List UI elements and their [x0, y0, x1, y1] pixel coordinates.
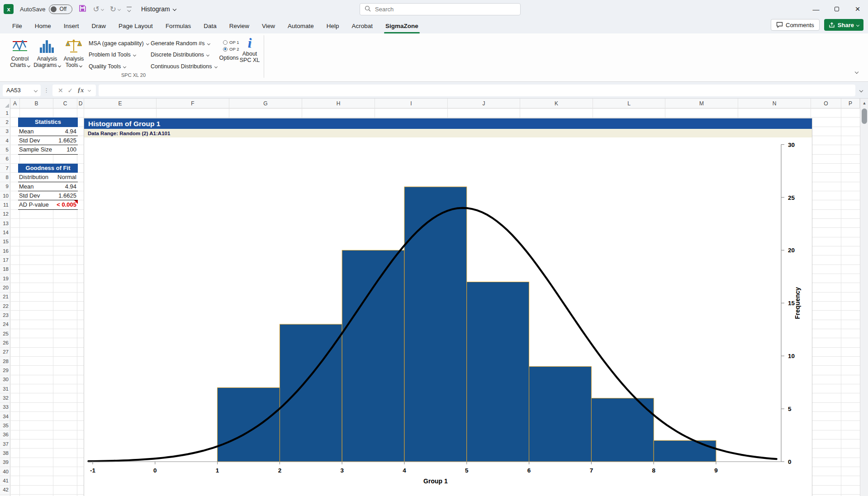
menu-discrete-distributions[interactable]: Discrete Distributions	[151, 52, 209, 58]
row-header-19[interactable]: 19	[0, 274, 10, 283]
name-box-dropdown-icon[interactable]	[34, 88, 38, 92]
worksheet[interactable]: ABCDEFGHIJKLMNOP 12345678910111213141516…	[0, 99, 860, 496]
column-header-A[interactable]: A	[10, 99, 20, 109]
search-input[interactable]	[375, 6, 516, 13]
row-header-16[interactable]: 16	[0, 246, 10, 255]
column-header-E[interactable]: E	[84, 99, 157, 109]
tab-acrobat[interactable]: Acrobat	[346, 19, 379, 33]
expand-formula-bar-icon[interactable]	[859, 88, 863, 92]
column-header-L[interactable]: L	[593, 99, 665, 109]
maximize-button[interactable]	[826, 0, 847, 18]
tab-file[interactable]: File	[6, 19, 28, 33]
redo-dropdown-icon[interactable]	[118, 7, 121, 10]
row-header-20[interactable]: 20	[0, 283, 10, 292]
menu-problem-id-tools[interactable]: Problem Id Tools	[89, 52, 136, 58]
tab-formulas[interactable]: Formulas	[160, 19, 197, 33]
row-header-31[interactable]: 31	[0, 384, 10, 393]
tab-page-layout[interactable]: Page Layout	[113, 19, 159, 33]
row-header-9[interactable]: 9	[0, 182, 10, 191]
analysis-tools-button[interactable]: Analysis Tools	[60, 36, 87, 68]
tab-home[interactable]: Home	[29, 19, 57, 33]
row-header-2[interactable]: 2	[0, 118, 10, 127]
row-header-30[interactable]: 30	[0, 375, 10, 384]
column-header-P[interactable]: P	[841, 99, 860, 109]
undo-dropdown-icon[interactable]	[101, 7, 104, 10]
column-header-H[interactable]: H	[302, 99, 375, 109]
title-dropdown-icon[interactable]	[172, 7, 176, 11]
column-header-K[interactable]: K	[520, 99, 593, 109]
radio-icon[interactable]	[223, 47, 228, 52]
op2-radio[interactable]: OP 2	[223, 47, 239, 52]
column-headers[interactable]: ABCDEFGHIJKLMNOP	[0, 99, 860, 109]
radio-icon[interactable]	[223, 40, 228, 45]
row-header-40[interactable]: 40	[0, 467, 10, 476]
row-header-13[interactable]: 13	[0, 219, 10, 228]
row-header-41[interactable]: 41	[0, 476, 10, 485]
tab-view[interactable]: View	[256, 19, 281, 33]
column-header-G[interactable]: G	[229, 99, 302, 109]
tab-draw[interactable]: Draw	[86, 19, 112, 33]
row-header-3[interactable]: 3	[0, 127, 10, 136]
control-charts-button[interactable]: Control Charts	[6, 36, 33, 68]
row-header-8[interactable]: 8	[0, 173, 10, 182]
autosave-control[interactable]: AutoSave Off	[20, 5, 72, 14]
share-dropdown-icon[interactable]	[856, 23, 859, 26]
menu-msa-gage-capability-[interactable]: MSA (gage capability)	[89, 40, 149, 47]
analysis-diagrams-button[interactable]: Analysis Diagrams	[33, 36, 61, 68]
select-all-corner[interactable]	[0, 99, 10, 109]
row-header-12[interactable]: 12	[0, 210, 10, 219]
row-header-10[interactable]: 10	[0, 191, 10, 200]
row-header-33[interactable]: 33	[0, 403, 10, 412]
minimize-button[interactable]: —	[806, 0, 826, 18]
scroll-up-icon[interactable]: ▲	[860, 101, 868, 105]
tab-insert[interactable]: Insert	[58, 19, 85, 33]
menu-quality-tools[interactable]: Quality Tools	[89, 63, 126, 70]
row-header-22[interactable]: 22	[0, 302, 10, 311]
column-header-D[interactable]: D	[77, 99, 84, 109]
tab-data[interactable]: Data	[198, 19, 223, 33]
fx-dropdown-icon[interactable]	[88, 89, 91, 92]
row-header-25[interactable]: 25	[0, 329, 10, 338]
document-title[interactable]: Histogram	[141, 5, 176, 13]
search-bar[interactable]	[360, 3, 521, 15]
menu-continuous-distributions[interactable]: Continuous Distributions	[151, 63, 217, 70]
cancel-icon[interactable]: ✕	[58, 87, 63, 94]
row-header-28[interactable]: 28	[0, 357, 10, 366]
row-header-32[interactable]: 32	[0, 393, 10, 402]
row-headers[interactable]: 1234567891011121314151617181920212223242…	[0, 109, 10, 496]
insert-function-icon[interactable]: ƒx	[77, 87, 84, 94]
share-button[interactable]: Share	[824, 19, 863, 31]
column-header-B[interactable]: B	[20, 99, 53, 109]
collapse-ribbon-icon[interactable]	[855, 70, 859, 74]
column-header-M[interactable]: M	[665, 99, 738, 109]
column-header-F[interactable]: F	[157, 99, 229, 109]
formula-input[interactable]	[99, 85, 855, 96]
histogram-chart[interactable]: Histogram of Group 1Data Range: Random (…	[84, 118, 812, 496]
row-header-7[interactable]: 7	[0, 164, 10, 173]
column-header-J[interactable]: J	[448, 99, 520, 109]
row-header-35[interactable]: 35	[0, 421, 10, 430]
row-header-6[interactable]: 6	[0, 155, 10, 164]
row-header-17[interactable]: 17	[0, 255, 10, 265]
row-header-38[interactable]: 38	[0, 449, 10, 458]
undo-button[interactable]: ↺	[93, 5, 103, 14]
row-header-34[interactable]: 34	[0, 412, 10, 421]
row-header-39[interactable]: 39	[0, 458, 10, 467]
column-header-O[interactable]: O	[811, 99, 841, 109]
column-header-I[interactable]: I	[375, 99, 448, 109]
tab-help[interactable]: Help	[321, 19, 345, 33]
scrollbar-thumb[interactable]	[862, 109, 867, 124]
tab-automate[interactable]: Automate	[282, 19, 320, 33]
row-header-29[interactable]: 29	[0, 366, 10, 375]
row-header-23[interactable]: 23	[0, 311, 10, 320]
row-header-18[interactable]: 18	[0, 265, 10, 274]
close-button[interactable]: ×	[847, 0, 868, 18]
tab-review[interactable]: Review	[223, 19, 255, 33]
op1-radio[interactable]: OP 1	[223, 40, 239, 45]
row-header-5[interactable]: 5	[0, 145, 10, 154]
row-header-1[interactable]: 1	[0, 109, 10, 118]
name-box[interactable]: AA53	[3, 85, 41, 96]
row-header-4[interactable]: 4	[0, 136, 10, 145]
row-header-14[interactable]: 14	[0, 228, 10, 237]
row-header-11[interactable]: 11	[0, 200, 10, 209]
